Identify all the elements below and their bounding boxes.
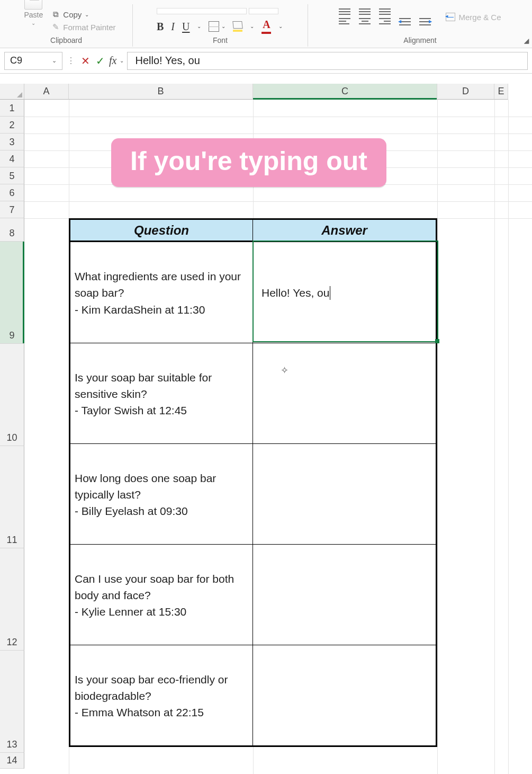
font-color-swatch xyxy=(262,32,271,34)
paste-label: Paste xyxy=(24,11,43,19)
separator-icon: ⋮ xyxy=(66,56,76,66)
borders-button[interactable]: ⌄ xyxy=(209,21,226,32)
align-right-button[interactable] xyxy=(379,18,391,25)
table-answer-cell[interactable] xyxy=(253,544,436,645)
insert-function-button[interactable]: fx xyxy=(109,55,116,67)
accept-edit-button[interactable]: ✓ xyxy=(94,55,106,67)
copy-button[interactable]: ⧉ Copy ⌄ xyxy=(51,10,115,19)
font-color-letter: A xyxy=(263,19,270,31)
merge-and-center-button[interactable]: Merge & Ce xyxy=(446,13,501,22)
column-header-E[interactable]: E xyxy=(494,84,508,100)
table-answer-cell[interactable] xyxy=(253,645,436,745)
row-header-9[interactable]: 9 xyxy=(0,242,24,344)
chevron-down-icon[interactable]: ⌄ xyxy=(278,23,283,29)
chevron-down-icon[interactable]: ⌄ xyxy=(197,23,201,29)
table-question-cell[interactable]: Can I use your soap bar for both body an… xyxy=(70,544,253,645)
table-question-cell[interactable]: Is your soap bar eco-friendly or biodegr… xyxy=(70,645,253,745)
chevron-down-icon[interactable]: ⌄ xyxy=(52,57,57,64)
align-center-button[interactable] xyxy=(359,18,371,25)
format-painter-button[interactable]: ✎ Format Painter xyxy=(51,22,115,32)
font-color-button[interactable]: A xyxy=(262,19,271,34)
bold-button[interactable]: B xyxy=(157,21,164,32)
row-header-13[interactable]: 13 xyxy=(0,651,24,753)
paste-icon xyxy=(24,0,42,10)
formula-bar: C9 ⌄ ⋮ ✕ ✓ fx ⌄ Hello! Yes, ou xyxy=(0,48,532,74)
table-question-cell[interactable]: What ingredients are used in your soap b… xyxy=(70,242,253,343)
increase-indent-button[interactable] xyxy=(419,18,431,25)
row-header-11[interactable]: 11 xyxy=(0,446,24,548)
row-header-12[interactable]: 12 xyxy=(0,548,24,651)
underline-button[interactable]: U xyxy=(182,21,190,32)
font-group-label: Font xyxy=(133,35,308,47)
qa-table: QuestionAnswerWhat ingredients are used … xyxy=(69,218,437,747)
row-header-2[interactable]: 2 xyxy=(0,117,24,134)
copy-icon: ⧉ xyxy=(51,10,60,19)
decrease-indent-button[interactable] xyxy=(399,18,411,25)
italic-button[interactable]: I xyxy=(171,21,175,32)
table-answer-cell[interactable] xyxy=(253,443,436,544)
chevron-down-icon[interactable]: ⌄ xyxy=(120,58,124,64)
row-header-6[interactable]: 6 xyxy=(0,184,24,201)
row-header-10[interactable]: 10 xyxy=(0,344,24,446)
align-top-button[interactable] xyxy=(339,8,350,15)
table-header-question[interactable]: Question xyxy=(70,220,253,242)
row-header-14[interactable]: 14 xyxy=(0,753,24,769)
column-header-B[interactable]: B xyxy=(69,84,253,100)
row-header-8[interactable]: 8 xyxy=(0,218,24,242)
row-header-5[interactable]: 5 xyxy=(0,167,24,184)
paintbrush-icon: ✎ xyxy=(51,22,60,32)
cell-cursor-icon: ✧ xyxy=(281,364,288,376)
chevron-down-icon[interactable]: ⌄ xyxy=(250,23,254,29)
formula-input[interactable]: Hello! Yes, ou xyxy=(127,52,528,70)
fill-color-swatch xyxy=(233,30,242,32)
row-header-7[interactable]: 7 xyxy=(0,201,24,218)
alignment-group-label: Alignment xyxy=(308,35,532,47)
chevron-down-icon[interactable]: ⌄ xyxy=(85,12,89,17)
font-family-combo[interactable] xyxy=(157,8,247,14)
row-header-4[interactable]: 4 xyxy=(0,150,24,167)
fill-color-button[interactable] xyxy=(233,21,242,32)
ribbon: Paste ⌄ ✂ Cut ⧉ Copy ⌄ ✎ Format P xyxy=(0,0,532,48)
chevron-down-icon[interactable]: ⌄ xyxy=(31,20,35,26)
clipboard-group-label: Clipboard xyxy=(0,35,132,47)
column-header-A[interactable]: A xyxy=(24,84,69,100)
text-caret xyxy=(330,286,330,300)
chevron-down-icon[interactable]: ⌄ xyxy=(221,23,226,29)
borders-icon xyxy=(209,21,219,32)
cancel-edit-button[interactable]: ✕ xyxy=(79,55,91,67)
spreadsheet-grid[interactable]: ABCDE 1234567891011121314 QuestionAnswer… xyxy=(0,84,532,774)
row-header-3[interactable]: 3 xyxy=(0,134,24,150)
column-header-C[interactable]: C xyxy=(253,84,437,100)
table-answer-cell[interactable]: Hello! Yes, ou xyxy=(253,242,436,343)
align-bottom-button[interactable] xyxy=(379,8,391,15)
align-middle-button[interactable] xyxy=(359,8,371,15)
table-answer-cell[interactable] xyxy=(253,343,436,443)
table-question-cell[interactable]: Is your soap bar suitable for sensitive … xyxy=(70,343,253,443)
bucket-icon xyxy=(233,21,243,29)
align-left-button[interactable] xyxy=(339,18,350,25)
caption-overlay: If you're typing out xyxy=(111,138,386,187)
table-header-answer[interactable]: Answer xyxy=(253,220,436,242)
merge-icon xyxy=(446,13,455,21)
column-header-D[interactable]: D xyxy=(437,84,494,100)
select-all-corner[interactable] xyxy=(0,84,24,100)
name-box[interactable]: C9 ⌄ xyxy=(4,52,62,70)
table-question-cell[interactable]: How long does one soap bar typically las… xyxy=(70,443,253,544)
paste-button[interactable]: Paste ⌄ xyxy=(24,0,43,26)
row-header-1[interactable]: 1 xyxy=(0,100,24,117)
font-size-combo[interactable] xyxy=(249,8,278,14)
